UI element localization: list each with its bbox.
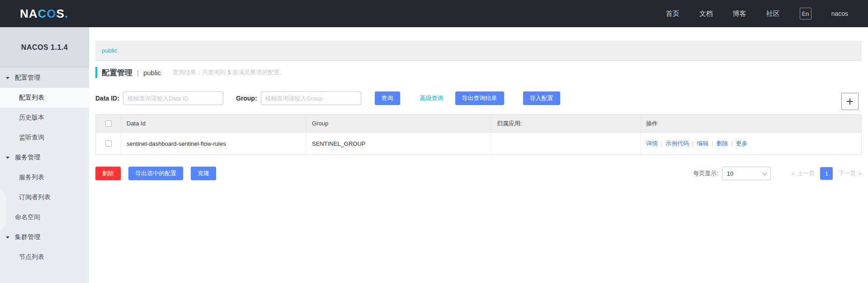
sidebar-item-label: 服务列表 [19,173,44,182]
top-navbar: NACOS. 首页 文档 博客 社区 En nacos [0,0,868,27]
group-label: Group: [236,95,257,102]
chevron-right-icon: > [858,170,862,177]
title-separator: | [137,69,139,77]
import-config-button[interactable]: 导入配置 [523,91,560,105]
operation-separator: | [692,140,693,147]
plus-icon: + [846,95,854,108]
title-accent-bar [95,67,97,78]
table-footer: 删除 导出选中的配置 克隆 每页显示: 10 < 上一页 1 下一页 [95,167,862,180]
select-all-checkbox[interactable] [105,120,112,127]
next-page-label: 下一页 [838,169,856,177]
logo-text-s: S [57,7,65,21]
operation-separator: | [661,140,662,147]
edit-link[interactable]: 编辑 [697,139,708,148]
chevron-down-icon [762,170,767,175]
clone-button[interactable]: 克隆 [191,167,216,180]
sidebar-item-label: 命名空间 [15,213,40,221]
page-size-label: 每页显示: [693,169,718,177]
detail-link[interactable]: 详情 [646,139,658,148]
page-size-value: 10 [727,170,733,177]
sidebar-group-config[interactable]: 配置管理 [0,68,89,88]
logo-infinity-icon: CO [38,7,57,21]
sidebar: NACOS 1.1.4 配置管理 配置列表 历史版本 监听查询 服务管理 服务列… [0,27,89,283]
table-row: sentinel-dashboard-sentinel-flow-rules S… [96,133,861,154]
logo-text-na: NA [20,7,38,21]
data-id-input[interactable] [123,91,223,105]
sidebar-group-service[interactable]: 服务管理 [0,148,89,168]
search-button[interactable]: 查询 [375,91,400,105]
nacos-logo[interactable]: NACOS. [20,7,68,21]
query-result-prefix: 查询结果：共查询到 [173,69,226,76]
cell-group: SENTINEL_GROUP [307,133,491,154]
sidebar-group-cluster[interactable]: 集群管理 [0,227,89,247]
caret-down-icon [6,157,9,159]
header-group: Group [307,115,491,132]
sidebar-item-config-list[interactable]: 配置列表 [0,88,89,108]
sidebar-collapse-handle[interactable] [0,189,6,230]
config-table: Data Id Group 归属应用: 操作 sentinel-dashboar… [95,114,862,155]
group-input[interactable] [261,91,361,105]
sidebar-item-label: 监听查询 [19,134,44,142]
sidebar-item-listening-query[interactable]: 监听查询 [0,128,89,148]
operation-separator: | [731,140,732,147]
namespace-bar: public [95,41,862,61]
page-title: 配置管理 [102,67,132,78]
header-application: 归属应用: [491,115,641,132]
prev-page-button[interactable]: < 上一页 [792,169,815,177]
cell-data-id: sentinel-dashboard-sentinel-flow-rules [121,133,307,154]
header-operations: 操作 [641,115,861,132]
language-toggle[interactable]: En [800,8,811,19]
sidebar-item-label: 历史版本 [19,114,44,122]
sidebar-group-label: 配置管理 [15,74,40,82]
sidebar-item-service-list[interactable]: 服务列表 [0,168,89,187]
navbar-links: 首页 文档 博客 社区 En nacos [666,8,848,19]
export-selected-button[interactable]: 导出选中的配置 [128,167,183,180]
sidebar-group-label: 服务管理 [15,153,40,162]
sidebar-item-node-list[interactable]: 节点列表 [0,247,89,267]
chevron-left-icon: < [792,170,795,177]
operation-separator: | [712,140,713,147]
nav-link-community[interactable]: 社区 [766,10,780,18]
main-content: public 配置管理 | public 查询结果：共查询到1条满足要求的配置。… [89,27,868,283]
batch-delete-button[interactable]: 删除 [95,167,121,180]
sidebar-item-label: 订阅者列表 [19,193,51,201]
next-page-button[interactable]: 下一页 > [838,169,862,177]
nav-link-docs[interactable]: 文档 [699,10,713,18]
username[interactable]: nacos [831,10,848,17]
sidebar-group-label: 集群管理 [15,233,40,241]
namespace-public-link[interactable]: public [102,47,117,54]
caret-down-icon [6,77,9,79]
sidebar-item-namespace[interactable]: 命名空间 [0,207,89,227]
sidebar-item-label: 节点列表 [19,253,44,261]
prev-page-label: 上一页 [797,169,815,177]
sidebar-item-subscriber-list[interactable]: 订阅者列表 [0,187,89,207]
logo-dot: . [65,7,68,21]
pager-nav: < 上一页 1 下一页 > [792,167,862,180]
page-size-select[interactable]: 10 [722,167,771,180]
sample-code-link[interactable]: 示例代码 [665,139,689,148]
query-result-count: 1 [227,69,231,76]
delete-link[interactable]: 删除 [716,139,728,148]
row-checkbox[interactable] [105,140,112,147]
query-form: Data ID: Group: 查询 高级查询 导出查询结果 导入配置 + [95,91,862,106]
export-query-results-button[interactable]: 导出查询结果 [455,91,504,105]
cell-operations: 详情 | 示例代码 | 编辑 | 删除 | 更多 [641,133,861,154]
header-data-id: Data Id [121,115,307,132]
query-result-text: 查询结果：共查询到1条满足要求的配置。 [173,68,285,77]
more-link[interactable]: 更多 [736,139,748,148]
current-page-button[interactable]: 1 [820,167,833,180]
sidebar-version-title: NACOS 1.1.4 [0,27,89,68]
nav-link-home[interactable]: 首页 [666,10,679,18]
query-result-suffix: 条满足要求的配置。 [232,69,285,76]
nav-link-blog[interactable]: 博客 [733,10,746,18]
advanced-query-link[interactable]: 高级查询 [420,94,443,102]
header-checkbox-cell [96,115,121,132]
sidebar-item-history[interactable]: 历史版本 [0,108,89,128]
batch-actions: 删除 导出选中的配置 克隆 [95,167,216,180]
add-config-button[interactable]: + [841,93,859,110]
data-id-label: Data ID: [95,95,119,102]
sidebar-item-label: 配置列表 [19,94,44,102]
row-checkbox-cell [96,133,121,154]
table-header-row: Data Id Group 归属应用: 操作 [96,115,861,133]
caret-down-icon [6,236,9,239]
